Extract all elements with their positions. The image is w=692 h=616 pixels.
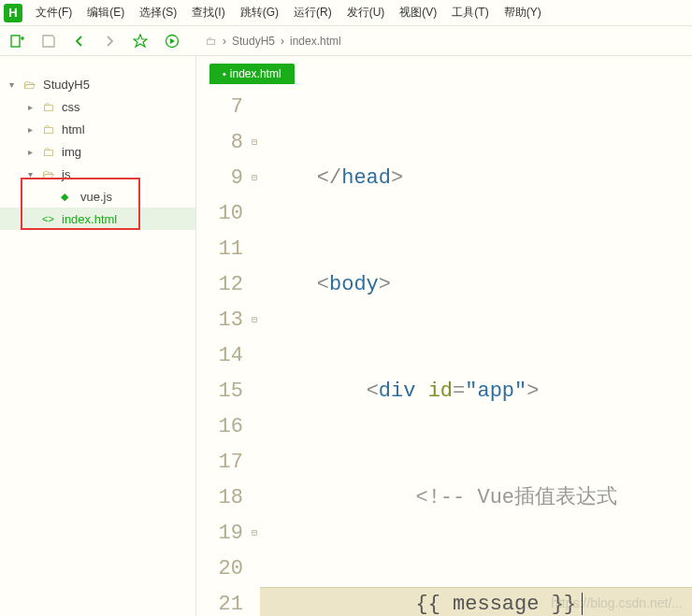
tree-label: vue.js bbox=[80, 190, 112, 204]
code-line: <body> bbox=[260, 267, 692, 303]
svg-rect-0 bbox=[11, 36, 20, 47]
tree-label: img bbox=[62, 145, 81, 159]
code-lines[interactable]: </head> <body> <div id="app"> <!-- Vue插值… bbox=[260, 90, 692, 616]
svg-marker-3 bbox=[134, 35, 147, 47]
app-logo: H bbox=[4, 4, 22, 22]
code-area[interactable]: 789101112131415161718192021 ⊟⊟⊟⊟ </head>… bbox=[196, 84, 692, 616]
tree-file-indexhtml[interactable]: <> index.html bbox=[0, 208, 195, 230]
breadcrumb-file[interactable]: index.html bbox=[290, 35, 341, 48]
main-area: ▾ 🗁 StudyH5 ▸ 🗀 css ▸ 🗀 html ▸ 🗀 img ▾ 🗁… bbox=[0, 56, 692, 616]
file-tree: ▾ 🗁 StudyH5 ▸ 🗀 css ▸ 🗀 html ▸ 🗀 img ▾ 🗁… bbox=[0, 56, 196, 616]
save-icon[interactable] bbox=[41, 34, 56, 49]
tab-label: index.html bbox=[230, 67, 281, 80]
tree-root[interactable]: ▾ 🗁 StudyH5 bbox=[0, 73, 195, 95]
toolbar: 🗀 › StudyH5 › index.html bbox=[0, 26, 692, 56]
dirty-dot-icon bbox=[223, 67, 226, 80]
tree-folder-html[interactable]: ▸ 🗀 html bbox=[0, 118, 195, 140]
js-file-icon: ◆ bbox=[61, 191, 76, 203]
tree-label: index.html bbox=[62, 212, 117, 226]
fold-column: ⊟⊟⊟⊟ bbox=[249, 90, 260, 616]
menu-help[interactable]: 帮助(Y) bbox=[497, 3, 549, 22]
star-icon[interactable] bbox=[133, 34, 148, 49]
chevron-right-icon: ▸ bbox=[28, 124, 37, 135]
tree-folder-img[interactable]: ▸ 🗀 img bbox=[0, 140, 195, 163]
run-icon[interactable] bbox=[165, 34, 180, 49]
tab-bar: index.html bbox=[196, 56, 692, 84]
menu-goto[interactable]: 跳转(G) bbox=[233, 3, 286, 22]
menu-run[interactable]: 运行(R) bbox=[286, 3, 339, 22]
code-line: <!-- Vue插值表达式 bbox=[260, 480, 692, 516]
menu-view[interactable]: 视图(V) bbox=[392, 3, 444, 22]
chevron-right-icon: ▸ bbox=[28, 102, 37, 112]
tree-label: StudyH5 bbox=[43, 78, 90, 92]
breadcrumb-sep: › bbox=[281, 35, 284, 48]
nav-back-icon[interactable] bbox=[73, 35, 86, 48]
menu-edit[interactable]: 编辑(E) bbox=[79, 3, 132, 22]
watermark: https://blog.csdn.net/... bbox=[551, 595, 683, 610]
menu-find[interactable]: 查找(I) bbox=[184, 3, 232, 22]
folder-open-icon: 🗁 bbox=[42, 167, 57, 181]
menubar: H 文件(F) 编辑(E) 选择(S) 查找(I) 跳转(G) 运行(R) 发行… bbox=[0, 0, 692, 26]
code-line: <div id="app"> bbox=[260, 374, 692, 409]
tree-label: js bbox=[62, 167, 70, 181]
tab-indexhtml[interactable]: index.html bbox=[209, 64, 295, 84]
folder-icon: 🗀 bbox=[206, 35, 217, 48]
tree-file-vuejs[interactable]: ◆ vue.js bbox=[0, 185, 195, 208]
folder-icon: 🗀 bbox=[42, 100, 57, 114]
editor: index.html 789101112131415161718192021 ⊟… bbox=[196, 56, 692, 616]
menu-tools[interactable]: 工具(T) bbox=[444, 3, 496, 22]
svg-marker-5 bbox=[170, 38, 175, 44]
new-file-icon[interactable] bbox=[9, 34, 24, 49]
nav-forward-icon[interactable] bbox=[103, 35, 116, 48]
breadcrumb: 🗀 › StudyH5 › index.html bbox=[206, 35, 341, 48]
tree-folder-css[interactable]: ▸ 🗀 css bbox=[0, 95, 195, 118]
chevron-down-icon: ▾ bbox=[9, 79, 19, 90]
folder-icon: 🗀 bbox=[42, 145, 57, 159]
menu-select[interactable]: 选择(S) bbox=[132, 3, 184, 22]
breadcrumb-root[interactable]: StudyH5 bbox=[232, 35, 275, 48]
menu-file[interactable]: 文件(F) bbox=[28, 3, 79, 22]
tree-label: html bbox=[62, 122, 85, 136]
folder-icon: 🗀 bbox=[42, 122, 57, 136]
tree-folder-js[interactable]: ▾ 🗁 js bbox=[0, 163, 195, 185]
folder-open-icon: 🗁 bbox=[23, 78, 38, 92]
chevron-right-icon: ▸ bbox=[28, 147, 37, 157]
breadcrumb-sep: › bbox=[223, 35, 226, 48]
tree-label: css bbox=[62, 100, 80, 114]
line-gutter: 789101112131415161718192021 bbox=[196, 90, 249, 616]
html-file-icon: <> bbox=[42, 213, 57, 224]
chevron-down-icon: ▾ bbox=[28, 169, 37, 179]
code-line: </head> bbox=[260, 161, 692, 196]
menu-publish[interactable]: 发行(U) bbox=[339, 3, 393, 22]
